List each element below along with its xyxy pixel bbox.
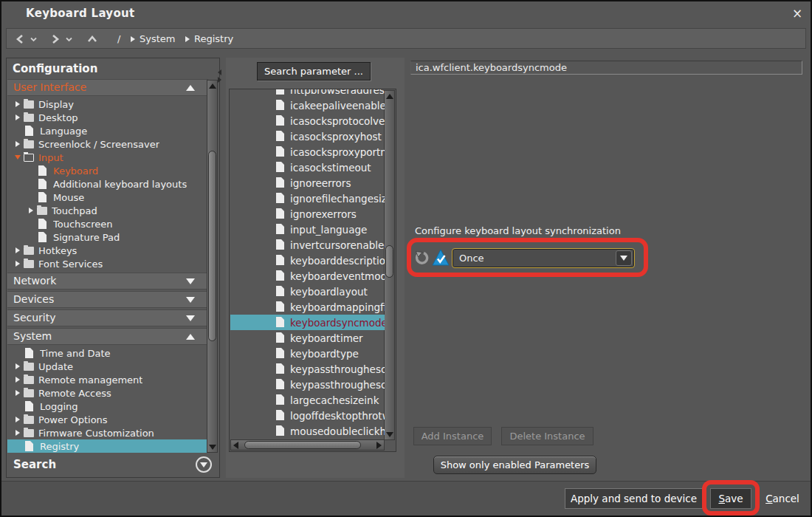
expand-right-icon[interactable] [12, 417, 24, 422]
expand-right-icon[interactable] [12, 430, 24, 436]
tree-item[interactable]: Signature Pad [7, 230, 208, 244]
save-button[interactable]: Save [710, 488, 751, 509]
delete-instance-button[interactable]: Delete Instance [501, 427, 593, 445]
expand-down-icon[interactable] [12, 155, 24, 160]
nav-back-icon[interactable] [14, 33, 26, 45]
scrollbar-thumb[interactable] [244, 441, 361, 449]
sidebar-scrollbar[interactable] [207, 80, 218, 453]
section-devices[interactable]: Devices [7, 291, 208, 308]
expand-right-icon[interactable] [12, 261, 24, 267]
folder-icon [24, 114, 34, 122]
add-instance-button[interactable]: Add Instance [413, 427, 492, 445]
scroll-left-icon[interactable] [233, 442, 238, 449]
param-list-item[interactable]: icasocksproxyportnu [230, 144, 385, 160]
param-list-item[interactable]: httpbrowseraddress [230, 89, 385, 97]
scrollbar-thumb[interactable] [208, 151, 216, 341]
show-enabled-parameters-button[interactable]: Show only enabled Parameters [433, 456, 596, 474]
cancel-button[interactable]: Cancel [760, 488, 805, 509]
active-parameter-check-icon[interactable] [432, 248, 450, 267]
expand-search-icon[interactable] [196, 456, 212, 473]
param-list-item[interactable]: icasocksproxyhost [230, 129, 385, 144]
nav-back-history-icon[interactable] [30, 37, 38, 42]
tree-item[interactable]: Logging [7, 400, 208, 413]
expand-right-icon[interactable] [12, 114, 24, 120]
expand-down-icon [186, 315, 195, 321]
tree-item[interactable]: Desktop [7, 111, 208, 124]
param-list-item[interactable]: keyboardlayout [230, 284, 385, 299]
expand-right-icon[interactable] [12, 247, 24, 253]
expand-right-icon[interactable] [12, 101, 24, 107]
param-list-item[interactable]: keypassthroughesca [230, 361, 385, 377]
param-list-item[interactable]: invertcursorenabled [230, 237, 385, 253]
scroll-up-icon[interactable] [209, 83, 216, 89]
tree-item[interactable]: Font Services [7, 257, 208, 270]
param-list-item[interactable]: largecachesizeink [230, 392, 385, 408]
scroll-down-icon[interactable] [209, 445, 216, 450]
nav-forward-icon[interactable] [49, 33, 61, 45]
sync-mode-dropdown[interactable]: Once [452, 248, 635, 268]
param-list-item[interactable]: ignorexerrors [230, 206, 385, 222]
param-list-item[interactable]: keyboardtype [230, 346, 385, 361]
tree-item[interactable]: Registry [7, 439, 208, 453]
nav-up-icon[interactable] [86, 33, 98, 45]
tree-item[interactable]: Input [7, 151, 208, 164]
param-list-item[interactable]: keyboardeventmode [230, 268, 385, 284]
tree-item[interactable]: Mouse [7, 191, 208, 204]
nav-forward-history-icon[interactable] [66, 37, 73, 42]
apply-send-button[interactable]: Apply and send to device [565, 488, 703, 509]
param-list-item[interactable]: keyboardsyncmode [230, 315, 385, 330]
scroll-down-icon[interactable] [386, 432, 393, 437]
chevron-down-icon[interactable] [616, 250, 632, 266]
param-list-item[interactable]: keyboarddescription [230, 253, 385, 268]
expand-right-icon[interactable] [12, 363, 24, 369]
scroll-right-icon[interactable] [376, 442, 382, 449]
tree-item[interactable]: Hotkeys [7, 244, 208, 257]
tree-item[interactable]: Display [7, 97, 208, 111]
expand-right-icon[interactable] [25, 208, 37, 213]
breadcrumb-system[interactable]: System [131, 33, 175, 44]
scrollbar-thumb[interactable] [385, 245, 393, 278]
tree-item[interactable]: Language [7, 124, 208, 137]
tree-item[interactable]: Firmware Customization [7, 426, 208, 439]
search-section[interactable]: Search [7, 453, 219, 477]
tree-item[interactable]: Update [7, 360, 208, 373]
tree-item[interactable]: Screenlock / Screensaver [7, 137, 208, 151]
tree-item[interactable]: Power Options [7, 413, 208, 426]
scroll-up-icon[interactable] [386, 94, 393, 99]
param-list-item[interactable]: keyboardmappingfile [230, 299, 385, 315]
section-user-interface[interactable]: User Interface [7, 79, 208, 96]
tree-item[interactable]: Remote management [7, 373, 208, 386]
parameter-list-vscrollbar[interactable] [384, 90, 395, 440]
expand-right-icon[interactable] [12, 377, 24, 383]
parameter-path-field[interactable]: ica.wfclient.keyboardsyncmode [410, 61, 802, 75]
section-system[interactable]: System [7, 328, 208, 345]
breadcrumb-arrow-icon [185, 36, 190, 42]
file-icon [276, 410, 285, 421]
tree-item[interactable]: Touchscreen [7, 217, 208, 230]
param-list-item[interactable]: keyboardtimer [230, 330, 385, 346]
reset-to-default-icon[interactable] [414, 250, 429, 265]
param-list-item[interactable]: mousedoubleclickhe [230, 423, 385, 439]
tree-item[interactable]: Remote Access [7, 386, 208, 400]
tree-item[interactable]: Keyboard [7, 164, 208, 177]
tree-item[interactable]: Touchpad [7, 204, 208, 217]
param-list-item[interactable]: icasocksprotocolvers [230, 113, 385, 129]
section-security[interactable]: Security [7, 309, 208, 326]
expand-right-icon[interactable] [12, 390, 24, 396]
param-list-item[interactable]: input_language [230, 222, 385, 237]
tree-item[interactable]: Additional keyboard layouts [7, 177, 208, 191]
breadcrumb-registry[interactable]: Registry [185, 33, 233, 44]
param-list-item[interactable]: ignoreerrors [230, 175, 385, 191]
param-list-item[interactable]: icasockstimeout [230, 160, 385, 175]
param-list-item[interactable]: keypassthroughesca [230, 377, 385, 392]
expand-right-icon[interactable] [12, 141, 24, 147]
parameter-list-hscrollbar[interactable] [230, 439, 385, 451]
tree-item[interactable]: Time and Date [7, 346, 208, 360]
close-icon[interactable]: × [788, 4, 806, 22]
section-network[interactable]: Network [7, 273, 208, 290]
panel-splitter[interactable] [218, 69, 221, 83]
param-list-item[interactable]: logoffdesktopthrotwi [230, 408, 385, 423]
param-list-item[interactable]: ignorefilechangesize [230, 191, 385, 206]
search-parameter-button[interactable]: Search parameter ... [257, 62, 371, 81]
param-list-item[interactable]: icakeepaliveenabled [230, 97, 385, 113]
